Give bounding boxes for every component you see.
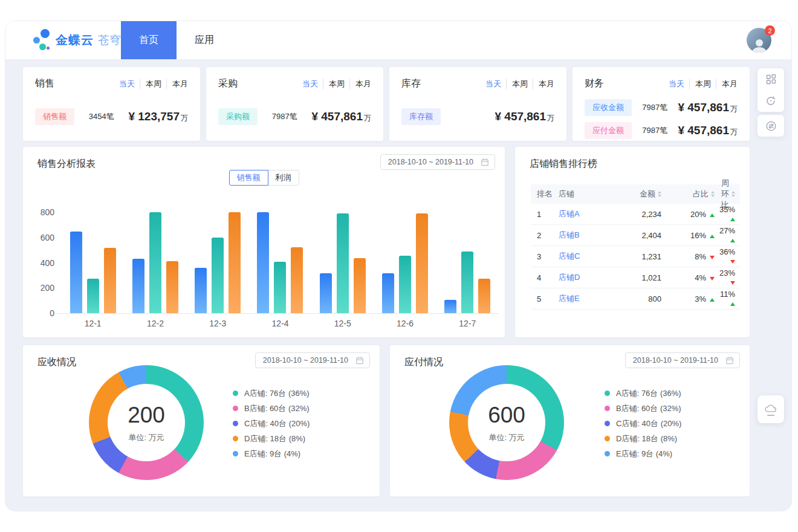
column-header-3[interactable]: 占比: [661, 189, 715, 199]
bar-group: [374, 212, 436, 313]
share-value: 3%: [695, 294, 706, 303]
table-row: 2店铺B2,40416%27%: [531, 225, 740, 246]
sort-caret-icon: [731, 191, 735, 197]
metric-count: 3454笔: [89, 111, 114, 122]
orange-series-bar: [229, 212, 241, 313]
ranking-table: 排名店铺金额占比周环比 1店铺A2,23420%35%2店铺B2,40416%2…: [531, 184, 740, 310]
date-range-value: 2018-10-10 ~ 2019-11-10: [633, 356, 718, 365]
switch-exchange-button[interactable]: [757, 115, 784, 137]
blue-series-bar: [70, 232, 82, 313]
period-link-1[interactable]: 本周: [506, 79, 528, 89]
metric-amount: ¥ 457,861万: [678, 101, 738, 114]
shop-link[interactable]: 店铺A: [559, 209, 580, 218]
y-tick-label: 600: [23, 233, 54, 242]
teal-series-bar: [399, 256, 411, 313]
date-range-picker[interactable]: 2018-10-10 ~ 2019-11-10: [255, 352, 370, 368]
donut-unit-label: 单位: 万元: [488, 432, 524, 443]
ranking-table-body: 1店铺A2,23420%35%2店铺B2,40416%27%3店铺C1,2318…: [531, 204, 740, 310]
table-row: 4店铺D1,0214%23%: [531, 267, 740, 288]
period-link-0[interactable]: 当天: [119, 79, 135, 89]
rank-cell: 2: [531, 231, 559, 240]
amount-value: ¥ 457,861: [678, 101, 729, 114]
trend-up-icon: [710, 213, 715, 217]
dashboard-grid-button[interactable]: [757, 68, 784, 90]
column-label-text: 金额: [640, 189, 655, 199]
date-range-picker[interactable]: 2018-10-10 ~ 2019-11-10: [380, 154, 495, 170]
legend-dot-icon: [605, 436, 610, 441]
toolbar-group-top: [757, 68, 784, 112]
period-link-0[interactable]: 当天: [669, 79, 684, 89]
period-links: 当天本周本月: [302, 79, 371, 89]
amount-unit: 万: [730, 128, 738, 136]
legend-label: D店铺: 18台 (8%): [616, 433, 677, 444]
teal-series-bar: [212, 238, 224, 313]
ranking-title: 店铺销售排行榜: [530, 158, 597, 170]
shop-link[interactable]: 店铺E: [559, 294, 580, 303]
donut-legend: A店铺: 76台 (36%)B店铺: 60台 (32%)C店铺: 40台 (20…: [233, 386, 310, 461]
shop-link[interactable]: 店铺B: [559, 230, 580, 239]
shop-link[interactable]: 店铺C: [559, 251, 580, 261]
shop-link[interactable]: 店铺D: [559, 273, 580, 282]
wow-value: 27%: [719, 226, 735, 235]
legend-label: E店铺: 9台 (4%): [244, 449, 300, 459]
refresh-history-button[interactable]: [757, 90, 784, 112]
orange-series-bar: [291, 247, 303, 313]
bar-group: [436, 212, 499, 313]
amount-cell: 800: [614, 294, 661, 303]
toggle-sales-amount[interactable]: 销售额: [229, 170, 268, 186]
kpi-card-1: 采购当天本周本月采购额7987笔¥ 457,861万: [206, 67, 383, 141]
toggle-profit[interactable]: 利润: [268, 170, 299, 186]
x-axis-line: [57, 313, 499, 314]
legend-label: E店铺: 9台 (4%): [616, 449, 672, 459]
wow-cell: 27%: [715, 226, 740, 244]
user-avatar[interactable]: 2: [747, 28, 771, 53]
period-link-0[interactable]: 当天: [485, 79, 501, 89]
column-header-2[interactable]: 金额: [614, 189, 661, 199]
metric-toggle: 销售额 利润: [229, 170, 299, 186]
x-tick-label: 12-1: [62, 319, 124, 328]
y-tick-label: 0: [23, 308, 54, 318]
period-link-2[interactable]: 本月: [716, 79, 738, 89]
payable-panel: 应付情况 2018-10-10 ~ 2019-11-10 600 单位: 万元 …: [390, 345, 750, 496]
trend-up-icon: [730, 239, 735, 242]
x-tick-label: 12-3: [187, 319, 249, 328]
receivable-panel: 应收情况 2018-10-10 ~ 2019-11-10 200 单位: 万元 …: [23, 345, 380, 496]
period-link-1[interactable]: 本周: [689, 79, 711, 89]
period-link-1[interactable]: 本周: [323, 79, 345, 89]
donut-center-label: 600 单位: 万元: [449, 365, 564, 480]
share-cell: 4%: [661, 273, 715, 282]
date-range-value: 2018-10-10 ~ 2019-11-10: [263, 356, 348, 365]
legend-item: A店铺: 76台 (36%): [605, 386, 681, 401]
cloud-sync-button[interactable]: [757, 395, 784, 423]
legend-item: C店铺: 40台 (20%): [605, 416, 681, 431]
legend-item: E店铺: 9台 (4%): [233, 446, 310, 461]
kpi-card-2: 库存当天本周本月库存额¥ 457,861万: [389, 67, 566, 141]
notification-badge: 2: [765, 25, 775, 36]
period-link-2[interactable]: 本月: [349, 79, 371, 89]
period-link-2[interactable]: 本月: [166, 79, 188, 89]
share-cell: 16%: [661, 231, 715, 240]
donut-total-value: 600: [488, 403, 525, 428]
brand-logo: 金蝶云 苍穹: [30, 21, 121, 59]
metric-badge: 采购额: [218, 108, 258, 125]
period-link-1[interactable]: 本周: [140, 79, 161, 89]
column-header-1: 店铺: [559, 189, 614, 199]
shop-cell: 店铺A: [559, 209, 614, 219]
bar-group: [249, 212, 311, 313]
date-range-picker[interactable]: 2018-10-10 ~ 2019-11-10: [625, 352, 740, 368]
period-link-0[interactable]: 当天: [302, 79, 318, 89]
sales-analysis-panel: 销售分析报表 2018-10-10 ~ 2019-11-10 销售额 利润 02…: [23, 147, 505, 337]
nav-tabs: 首页应用: [121, 21, 232, 59]
kpi-metric-row: 应付金额7987笔¥ 457,861万: [585, 119, 738, 142]
legend-item: B店铺: 60台 (32%): [605, 401, 681, 416]
kpi-rows: 库存额¥ 457,861万: [401, 106, 554, 127]
trend-up-icon: [710, 235, 715, 238]
tab-home[interactable]: 首页: [121, 21, 177, 59]
period-link-2[interactable]: 本月: [533, 79, 554, 89]
tab-apps[interactable]: 应用: [177, 21, 232, 59]
teal-series-bar: [337, 213, 349, 313]
legend-item: E店铺: 9台 (4%): [605, 446, 681, 461]
kpi-card-title: 库存: [401, 77, 421, 90]
metric-amount: ¥ 457,861万: [678, 124, 738, 137]
wow-value: 11%: [720, 290, 735, 299]
